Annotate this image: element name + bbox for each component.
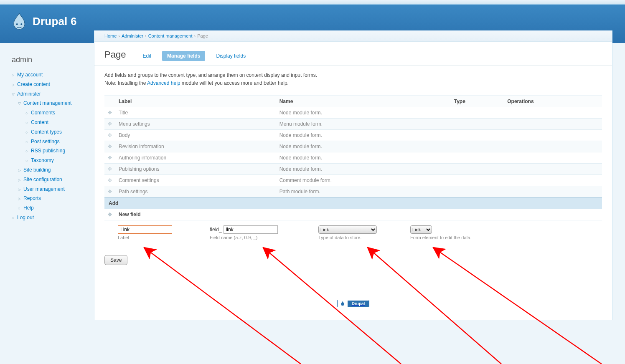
label-hint: Label — [118, 235, 185, 240]
drupal-badge-text: Drupal — [348, 301, 369, 307]
field-name: Node module form. — [276, 130, 451, 141]
label-input[interactable] — [118, 225, 172, 234]
drag-handle-icon[interactable]: ✥ — [108, 189, 112, 195]
site-title: Drupal 6 — [33, 15, 77, 28]
field-label: Revision information — [115, 141, 276, 152]
drupal-credit-link[interactable]: Drupal — [337, 300, 370, 307]
type-select[interactable]: Link — [318, 225, 377, 234]
field-name: Menu module form. — [276, 119, 451, 130]
column-header: Name — [276, 96, 451, 107]
field-label: Path settings — [115, 186, 276, 197]
footer: Drupal — [94, 292, 612, 320]
fieldname-input[interactable] — [224, 225, 278, 234]
field-name: Node module form. — [276, 164, 451, 175]
add-section-header: Add — [104, 198, 602, 209]
sidebar-item[interactable]: Post settings — [31, 139, 60, 144]
type-hint: Type of data to store. — [318, 235, 385, 240]
table-row: ✥Revision informationNode module form. — [104, 141, 602, 152]
sidebar: admin ○My account▷Create content▽Adminis… — [0, 43, 94, 222]
add-table: Add ✥ New field — [104, 197, 602, 220]
field-name: Path module form. — [276, 186, 451, 197]
field-name: Node module form. — [276, 141, 451, 152]
widget-hint: Form element to edit the data. — [410, 235, 477, 240]
drag-handle-icon[interactable]: ✥ — [108, 177, 112, 183]
note-prefix: Note: Installing the — [104, 80, 147, 86]
breadcrumb-current: Page — [197, 33, 208, 38]
field-label: Comment settings — [115, 175, 276, 186]
advanced-help-link[interactable]: Advanced help — [147, 80, 180, 86]
field-name: Comment module form. — [276, 175, 451, 186]
sidebar-item[interactable]: Content — [31, 119, 48, 125]
save-button[interactable]: Save — [104, 255, 127, 265]
tab[interactable]: Edit — [137, 51, 156, 61]
fields-table: LabelNameTypeOperations ✥TitleNode modul… — [104, 96, 602, 197]
breadcrumb: Home›Administer›Content management›Page — [94, 30, 612, 42]
page-title: Page — [104, 49, 126, 60]
tab[interactable]: Display fields — [211, 51, 251, 61]
breadcrumb-link[interactable]: Administer — [122, 33, 143, 38]
sidebar-item[interactable]: Content types — [31, 129, 62, 135]
sidebar-item[interactable]: Log out — [17, 215, 34, 220]
fieldname-prefix: field_ — [210, 227, 222, 233]
drupal-logo-icon — [12, 12, 27, 30]
column-header: Type — [451, 96, 504, 107]
drag-handle-icon[interactable]: ✥ — [108, 166, 112, 172]
tab[interactable]: Manage fields — [162, 51, 205, 61]
drag-handle-icon[interactable]: ✥ — [108, 132, 112, 138]
note-suffix: module will let you access more and bett… — [180, 80, 288, 86]
breadcrumb-link[interactable]: Home — [104, 33, 117, 38]
field-label: Title — [115, 107, 276, 119]
sidebar-item[interactable]: Administer — [17, 91, 41, 97]
sidebar-item[interactable]: Reports — [23, 195, 41, 201]
new-field-title: New field — [115, 209, 602, 220]
table-row: ✥Path settingsPath module form. — [104, 186, 602, 197]
sidebar-item[interactable]: Site building — [23, 167, 51, 173]
sidebar-heading: admin — [12, 56, 94, 64]
table-row: ✥BodyNode module form. — [104, 130, 602, 141]
description: Add fields and groups to the content typ… — [94, 66, 612, 96]
table-row: ✥Authoring informationNode module form. — [104, 152, 602, 164]
drag-handle-icon[interactable]: ✥ — [108, 212, 112, 217]
field-label: Authoring information — [115, 152, 276, 164]
table-row: ✥Menu settingsMenu module form. — [104, 119, 602, 130]
sidebar-item[interactable]: Help — [23, 205, 34, 211]
column-header: Label — [115, 96, 276, 107]
drag-handle-icon[interactable]: ✥ — [108, 121, 112, 127]
sidebar-item[interactable]: Content management — [23, 100, 71, 106]
table-row: ✥Publishing optionsNode module form. — [104, 164, 602, 175]
column-header: Operations — [504, 96, 602, 107]
sidebar-item[interactable]: My account — [17, 72, 43, 78]
table-row: ✥TitleNode module form. — [104, 107, 602, 119]
svg-point-0 — [16, 23, 18, 25]
drag-handle-icon[interactable]: ✥ — [108, 110, 112, 116]
field-label: Body — [115, 130, 276, 141]
svg-point-1 — [20, 23, 22, 25]
sidebar-item[interactable]: Comments — [31, 110, 55, 116]
new-field-form: Label field_ Field name (a-z, 0-9, _) Li… — [94, 220, 612, 243]
field-label: Menu settings — [115, 119, 276, 130]
sidebar-item[interactable]: RSS publishing — [31, 148, 65, 154]
sidebar-item[interactable]: Taxonomy — [31, 157, 54, 163]
breadcrumb-link[interactable]: Content management — [148, 33, 193, 38]
field-name: Node module form. — [276, 152, 451, 164]
drag-handle-icon[interactable]: ✥ — [108, 144, 112, 149]
widget-select[interactable]: Link — [410, 225, 432, 234]
field-label: Publishing options — [115, 164, 276, 175]
fieldname-hint: Field name (a-z, 0-9, _) — [210, 235, 293, 240]
sidebar-item[interactable]: Site configuration — [23, 177, 62, 182]
sidebar-item[interactable]: User management — [23, 186, 65, 192]
tabs: EditManage fieldsDisplay fields — [137, 51, 251, 61]
sidebar-item[interactable]: Create content — [17, 81, 50, 87]
drag-handle-icon[interactable]: ✥ — [108, 155, 112, 161]
description-line: Add fields and groups to the content typ… — [104, 71, 602, 79]
table-row: ✥Comment settingsComment module form. — [104, 175, 602, 186]
field-name: Node module form. — [276, 107, 451, 119]
drupal-badge-icon — [340, 301, 345, 306]
main-content: Home›Administer›Content management›Page … — [94, 30, 612, 320]
